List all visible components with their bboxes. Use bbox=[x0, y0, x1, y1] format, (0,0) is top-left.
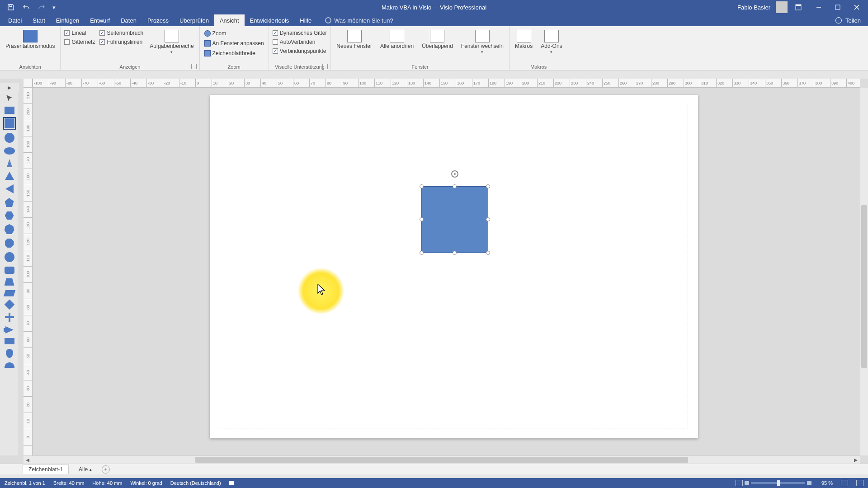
shape-hexagon[interactable] bbox=[5, 211, 14, 220]
resize-handle-r[interactable] bbox=[486, 217, 490, 221]
ruler-corner[interactable] bbox=[24, 79, 33, 88]
shape-trapezoid[interactable] bbox=[5, 278, 14, 286]
ribbon-tab-hilfe[interactable]: Hilfe bbox=[294, 14, 317, 26]
shape-cross[interactable] bbox=[5, 313, 14, 322]
resize-handle-b[interactable] bbox=[453, 251, 457, 255]
selected-rectangle-shape[interactable] bbox=[421, 186, 488, 253]
checkbox-dynamisches-gitter[interactable]: Dynamisches Gitter bbox=[273, 30, 327, 36]
shape-drop[interactable] bbox=[6, 349, 13, 358]
checkbox-gitternetz[interactable]: Gitternetz bbox=[64, 39, 95, 45]
resize-handle-tr[interactable] bbox=[486, 184, 490, 188]
arrange-all-button[interactable]: Alle anordnen bbox=[377, 28, 416, 51]
share-button[interactable]: Teilen bbox=[845, 17, 861, 24]
horizontal-scrollbar[interactable]: ◂ ▸ bbox=[24, 455, 860, 464]
ribbon-tab-prozess[interactable]: Prozess bbox=[142, 14, 174, 26]
tell-me-search[interactable]: Was möchten Sie tun? bbox=[325, 14, 393, 26]
checkbox-autoverbinden[interactable]: AutoVerbinden bbox=[273, 39, 327, 45]
group-label-anzeigen: Anzeigen bbox=[63, 63, 196, 70]
status-language[interactable]: Deutsch (Deutschland) bbox=[170, 480, 221, 486]
resize-handle-br[interactable] bbox=[486, 251, 490, 255]
ribbon-group-visuell: Dynamisches Gitter AutoVerbinden Verbind… bbox=[269, 26, 331, 70]
present-view-icon[interactable] bbox=[736, 480, 743, 486]
zoom-button[interactable]: Zoom bbox=[203, 30, 265, 37]
vertical-scrollbar[interactable] bbox=[860, 88, 868, 455]
save-icon[interactable] bbox=[5, 2, 16, 13]
sheet-tab-active[interactable]: Zeichenblatt-1 bbox=[23, 465, 69, 474]
redo-icon[interactable] bbox=[36, 2, 47, 13]
checkbox-seitenumbruch[interactable]: Seitenumbruch bbox=[99, 30, 143, 36]
checkbox-verbindungspunkte[interactable]: Verbindungspunkte bbox=[273, 48, 327, 54]
fit-page-icon[interactable] bbox=[841, 480, 848, 486]
scroll-thumb[interactable] bbox=[861, 205, 867, 368]
ribbon-tab-daten[interactable]: Daten bbox=[115, 14, 142, 26]
shape-triangle-right[interactable] bbox=[5, 184, 14, 193]
shape-chord[interactable] bbox=[5, 362, 14, 368]
shape-diamond[interactable] bbox=[4, 300, 14, 310]
user-avatar[interactable] bbox=[776, 1, 788, 13]
resize-handle-l[interactable] bbox=[420, 217, 424, 221]
shape-rectangle[interactable] bbox=[5, 107, 14, 114]
shape-triangle-tall[interactable] bbox=[7, 159, 12, 167]
shape-pentagon[interactable] bbox=[5, 198, 14, 207]
drawing-canvas[interactable] bbox=[33, 88, 860, 455]
zoom-slider[interactable] bbox=[751, 482, 805, 484]
cascade-button[interactable]: Überlappend bbox=[419, 28, 456, 51]
horizontal-ruler[interactable]: -100-90-80-70-60-50-40-30-20-10010203040… bbox=[33, 79, 860, 88]
shape-decagon[interactable] bbox=[5, 252, 14, 262]
ribbon-tab-ansicht[interactable]: Ansicht bbox=[214, 14, 245, 26]
resize-handle-tl[interactable] bbox=[420, 184, 424, 188]
shape-cube[interactable] bbox=[5, 338, 14, 344]
sheet-tab-selector[interactable]: Alle ▴ bbox=[75, 465, 95, 474]
ribbon-tab-einfügen[interactable]: Einfügen bbox=[51, 14, 85, 26]
ribbon-tab-start[interactable]: Start bbox=[27, 14, 50, 26]
close-button[interactable] bbox=[847, 0, 866, 14]
addons-button[interactable]: Add-Ons▾ bbox=[538, 28, 565, 56]
page-width-button[interactable]: Zeichenblattbreite bbox=[203, 50, 265, 57]
drawing-page[interactable] bbox=[210, 95, 698, 438]
user-name[interactable]: Fabio Basler bbox=[737, 4, 770, 11]
shape-square[interactable] bbox=[5, 118, 14, 128]
shape-octagon[interactable] bbox=[5, 239, 14, 248]
resize-handle-t[interactable] bbox=[453, 184, 457, 188]
undo-icon[interactable] bbox=[21, 2, 32, 13]
ribbon-tab-entwurf[interactable]: Entwurf bbox=[85, 14, 115, 26]
macros-button[interactable]: Makros bbox=[512, 28, 535, 51]
rotate-handle[interactable] bbox=[451, 170, 458, 178]
add-sheet-button[interactable]: ＋ bbox=[102, 465, 110, 474]
new-window-button[interactable]: Neues Fenster bbox=[334, 28, 375, 51]
resize-handle-bl[interactable] bbox=[420, 251, 424, 255]
dialog-launcher-icon[interactable] bbox=[322, 64, 328, 69]
checkbox-lineal[interactable]: Lineal bbox=[64, 30, 95, 36]
presentation-mode-button[interactable]: Präsentationsmodus bbox=[3, 28, 57, 51]
minimize-button[interactable] bbox=[809, 0, 828, 14]
pan-zoom-window-icon[interactable] bbox=[856, 480, 863, 486]
macro-recording-icon[interactable] bbox=[229, 481, 234, 485]
vertical-ruler[interactable]: 2102001901801701601501401301201101009080… bbox=[24, 88, 33, 455]
shape-circle[interactable] bbox=[5, 133, 14, 143]
switch-window-button[interactable]: Fenster wechseln▾ bbox=[458, 28, 506, 56]
zoom-level[interactable]: 95 % bbox=[821, 480, 833, 486]
pointer-tool-icon[interactable] bbox=[5, 94, 14, 102]
fit-window-button[interactable]: An Fenster anpassen bbox=[203, 40, 265, 47]
shape-ellipse[interactable] bbox=[4, 147, 15, 155]
shape-arrow-right[interactable] bbox=[5, 326, 14, 333]
ribbon-display-options-icon[interactable] bbox=[793, 2, 804, 13]
task-panes-button[interactable]: Aufgabenbereiche ▾ bbox=[147, 28, 196, 56]
scroll-left-icon[interactable]: ◂ bbox=[24, 456, 32, 464]
shapes-pane-toggle[interactable]: ▸ bbox=[0, 83, 19, 92]
shape-can[interactable] bbox=[5, 267, 14, 274]
shape-triangle[interactable] bbox=[5, 172, 14, 180]
qat-customize-icon[interactable]: ▾ bbox=[52, 2, 56, 13]
maximize-button[interactable] bbox=[828, 0, 847, 14]
shape-heptagon[interactable] bbox=[5, 224, 14, 234]
ribbon-tab-datei[interactable]: Datei bbox=[3, 14, 27, 26]
shape-parallelogram[interactable] bbox=[3, 290, 15, 296]
checkbox-fuehrungslinien[interactable]: Führungslinien bbox=[99, 39, 143, 45]
scroll-right-icon[interactable]: ▸ bbox=[852, 456, 860, 464]
scroll-thumb[interactable] bbox=[195, 457, 688, 463]
ribbon-tab-überprüfen[interactable]: Überprüfen bbox=[174, 14, 214, 26]
zoom-thumb[interactable] bbox=[777, 480, 780, 486]
ribbon-tab-entwicklertools[interactable]: Entwicklertools bbox=[245, 14, 295, 26]
ruler-tick: 190 bbox=[24, 120, 32, 136]
dialog-launcher-icon[interactable] bbox=[191, 64, 197, 69]
